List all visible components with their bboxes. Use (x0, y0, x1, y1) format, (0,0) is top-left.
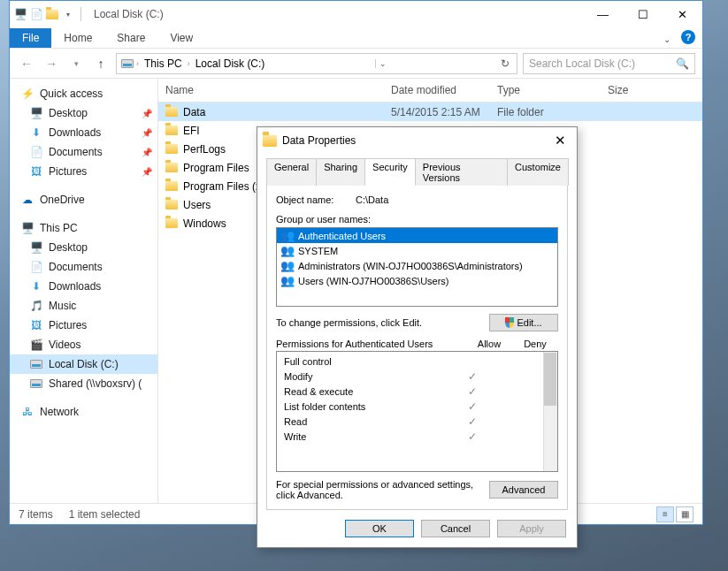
disk-icon (29, 357, 43, 371)
user-list-item[interactable]: 👥Authenticated Users (277, 228, 557, 243)
downloads-icon: ⬇ (29, 126, 43, 140)
file-name: Program Files (x (183, 180, 261, 193)
permissions-label: Permissions for Authenticated Users (276, 339, 466, 349)
tab-share[interactable]: Share (104, 28, 157, 48)
tab-home[interactable]: Home (51, 28, 104, 48)
file-date: 5/14/2015 2:15 AM (384, 106, 490, 118)
nav-label: Downloads (49, 126, 101, 139)
tab-view[interactable]: View (157, 28, 205, 48)
nav-thispc[interactable]: 🖥️This PC (10, 218, 157, 238)
permission-row: List folder contents✓ (277, 399, 557, 414)
titlebar: 🖥️ 📄 ▾ Local Disk (C:) — ☐ ✕ (10, 1, 702, 27)
pictures-icon: 🖼 (29, 164, 43, 179)
crumb-localdisk[interactable]: Local Disk (C:) (192, 57, 269, 70)
address-bar[interactable]: › This PC › Local Disk (C:) ⌄ ↻ (116, 53, 517, 74)
folder-icon (165, 163, 178, 172)
nav-label: Desktop (49, 107, 88, 119)
crumb-thispc[interactable]: This PC (141, 57, 186, 70)
pin-icon: 📌 (142, 109, 152, 118)
location-icon (120, 57, 134, 71)
file-name: PerfLogs (183, 143, 226, 156)
user-list-item[interactable]: 👥Administrators (WIN-OJ7HO00386S\Adminis… (277, 258, 557, 273)
file-name: Users (183, 199, 211, 211)
nav-pictures[interactable]: 🖼Pictures📌 (10, 162, 157, 181)
qat-dropdown-icon[interactable]: ▾ (61, 7, 75, 21)
user-name: Authenticated Users (298, 231, 386, 241)
dialog-close-button[interactable]: ✕ (549, 131, 571, 150)
qat-properties-icon[interactable]: 📄 (29, 7, 43, 21)
star-icon: ⚡ (20, 87, 34, 101)
nav-label: Pictures (49, 319, 87, 331)
crumb-sep[interactable]: › (134, 59, 141, 68)
nav-pc-music[interactable]: 🎵Music (10, 296, 157, 316)
help-icon[interactable]: ? (681, 30, 695, 44)
users-icon: 👥 (280, 259, 295, 272)
navigation-pane: ⚡Quick access 🖥️Desktop📌 ⬇Downloads📌 📄Do… (10, 79, 158, 503)
crumb-sep[interactable]: › (186, 59, 192, 68)
user-list[interactable]: 👥Authenticated Users👥SYSTEM👥Administrato… (276, 227, 558, 307)
advanced-button[interactable]: Advanced (489, 481, 558, 499)
user-list-item[interactable]: 👥SYSTEM (277, 243, 557, 258)
tab-previous-versions[interactable]: Previous Versions (415, 158, 508, 186)
refresh-icon[interactable]: ↻ (497, 57, 513, 70)
onedrive-icon: ☁ (20, 193, 34, 207)
forward-button[interactable]: → (42, 54, 61, 73)
nav-pc-desktop[interactable]: 🖥️Desktop (10, 238, 157, 257)
nav-pc-pictures[interactable]: 🖼Pictures (10, 316, 157, 335)
window-title: Local Disk (C:) (94, 8, 164, 20)
nav-label: Local Disk (C:) (49, 358, 119, 370)
scrollbar-thumb[interactable] (544, 353, 556, 406)
nav-documents[interactable]: 📄Documents📌 (10, 142, 157, 162)
apply-button[interactable]: Apply (497, 520, 566, 537)
view-details-button[interactable]: ≡ (656, 506, 674, 522)
tab-customize[interactable]: Customize (507, 158, 569, 186)
col-size[interactable]: Size (601, 79, 702, 102)
downloads-icon: ⬇ (29, 279, 43, 293)
tab-file[interactable]: File (10, 28, 51, 48)
col-name[interactable]: Name (158, 79, 384, 102)
address-dropdown-icon[interactable]: ⌄ (375, 59, 390, 68)
nav-desktop[interactable]: 🖥️Desktop📌 (10, 103, 157, 123)
view-icons-button[interactable]: ▦ (676, 506, 694, 522)
maximize-button[interactable]: ☐ (623, 2, 663, 27)
search-input[interactable]: Search Local Disk (C:) 🔍 (523, 53, 695, 74)
nav-onedrive[interactable]: ☁OneDrive (10, 190, 157, 209)
nav-pc-documents[interactable]: 📄Documents (10, 257, 157, 277)
user-list-item[interactable]: 👥Users (WIN-OJ7HO00386S\Users) (277, 273, 557, 288)
close-button[interactable]: ✕ (663, 2, 702, 27)
users-icon: 👥 (280, 244, 295, 257)
folder-icon (165, 107, 178, 117)
search-icon[interactable]: 🔍 (676, 57, 689, 70)
nav-pc-shared[interactable]: Shared (\\vboxsrv) ( (10, 374, 157, 393)
nav-pc-videos[interactable]: 🎬Videos (10, 335, 157, 354)
nav-quick-access[interactable]: ⚡Quick access (10, 84, 157, 103)
edit-button[interactable]: Edit... (489, 314, 558, 331)
edit-button-label: Edit... (517, 317, 541, 328)
nav-downloads[interactable]: ⬇Downloads📌 (10, 123, 157, 142)
desktop-icon: 🖥️ (29, 240, 43, 255)
tab-general[interactable]: General (266, 158, 317, 186)
tab-sharing[interactable]: Sharing (316, 158, 365, 186)
desktop-icon: 🖥️ (29, 106, 43, 120)
scrollbar-track[interactable] (543, 352, 557, 471)
edit-hint: To change permissions, click Edit. (276, 317, 422, 328)
recent-dropdown-icon[interactable]: ▾ (66, 54, 86, 73)
ok-button[interactable]: OK (345, 520, 414, 537)
users-icon: 👥 (280, 229, 295, 242)
ribbon-expand-icon[interactable]: ⌄ (656, 31, 678, 48)
qat-newfolder-icon[interactable] (45, 7, 59, 21)
nav-pc-downloads[interactable]: ⬇Downloads (10, 277, 157, 296)
tab-security[interactable]: Security (364, 158, 416, 186)
back-button[interactable]: ← (17, 54, 36, 73)
nav-pc-localdisk[interactable]: Local Disk (C:) (10, 354, 157, 374)
file-row[interactable]: Data5/14/2015 2:15 AMFile folder (158, 103, 702, 121)
col-type[interactable]: Type (490, 79, 601, 102)
up-button[interactable]: ↑ (91, 54, 111, 73)
col-date[interactable]: Date modified (384, 79, 490, 102)
advanced-hint: For special permissions or advanced sett… (276, 479, 489, 500)
network-icon: 🖧 (20, 405, 34, 419)
nav-network[interactable]: 🖧Network (10, 402, 157, 422)
nav-label: Music (49, 300, 76, 312)
cancel-button[interactable]: Cancel (421, 520, 490, 537)
minimize-button[interactable]: — (583, 2, 623, 27)
